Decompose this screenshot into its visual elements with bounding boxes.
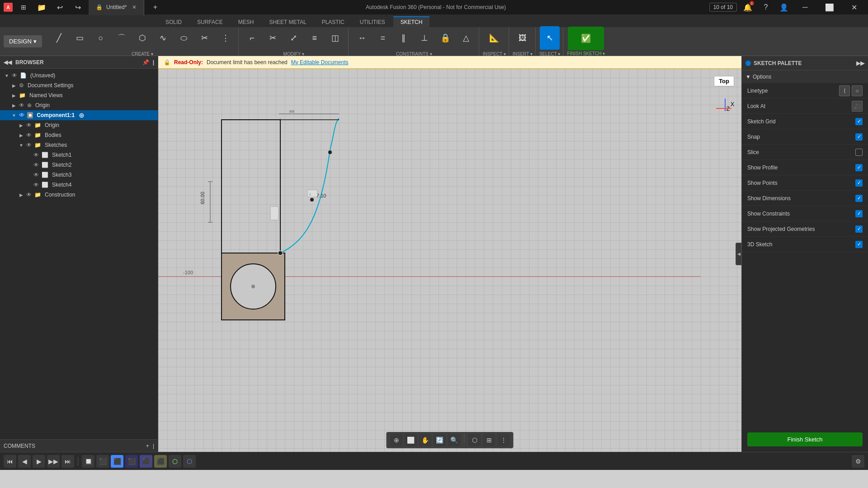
timeline-6-btn[interactable]: ⬡ (169, 455, 181, 468)
offset-tool[interactable]: ◫ (326, 26, 345, 50)
show-projected-checkbox[interactable]: ✓ (855, 225, 863, 233)
eye-icon[interactable]: 👁 (33, 182, 39, 188)
browser-item-sketch3[interactable]: 👁 ⬜ Sketch3 (0, 170, 158, 180)
show-points-checkbox[interactable]: ✓ (855, 179, 863, 187)
finish-sketch-palette-button[interactable]: Finish Sketch (747, 432, 863, 446)
viewport-select-btn[interactable]: ⊕ (390, 434, 403, 446)
viewport-box-select-btn[interactable]: ⬜ (405, 434, 417, 446)
slice-checkbox[interactable] (855, 149, 863, 156)
eye-icon[interactable]: 👁 (26, 192, 32, 198)
browser-item-sketches[interactable]: ▼ 👁 📁 Sketches (0, 140, 158, 150)
close-button[interactable]: ✕ (844, 0, 864, 14)
browser-item-origin-root[interactable]: ▶ 👁 ⊕ Origin (0, 100, 158, 110)
linetype-construction-btn[interactable]: ○ (852, 85, 863, 96)
eye-icon[interactable]: 👁 (12, 72, 17, 79)
more-create-tool[interactable]: ⋮ (216, 26, 236, 50)
eye-icon[interactable]: 👁 (19, 112, 24, 118)
viewport-settings-btn[interactable]: ⋮ (497, 434, 510, 446)
tangent-tool[interactable]: 🔒 (435, 26, 455, 50)
point-tool[interactable]: ✂ (195, 26, 215, 50)
spline-tool[interactable]: ∿ (153, 26, 173, 50)
eye-icon[interactable]: 👁 (19, 102, 24, 108)
add-tab-button[interactable]: + (148, 0, 162, 14)
break-tool[interactable]: ≡ (305, 26, 325, 50)
3d-sketch-checkbox[interactable]: ✓ (855, 241, 863, 248)
ellipse-tool[interactable]: ⬭ (174, 26, 194, 50)
tab-plastic[interactable]: PLASTIC (315, 16, 352, 27)
sketch-grid-row[interactable]: Sketch Grid ✓ (742, 114, 868, 129)
browser-collapse-left[interactable]: ◀◀ (4, 59, 12, 66)
tab-sheet-metal[interactable]: SHEET METAL (262, 16, 313, 27)
tab-sketch[interactable]: SKETCH (393, 16, 430, 27)
eye-icon[interactable]: 👁 (33, 162, 39, 168)
browser-item-sketch4[interactable]: 👁 ⬜ Sketch4 (0, 180, 158, 190)
browser-item-unsaved[interactable]: ▼ 👁 📄 (Unsaved) (0, 70, 158, 80)
show-projected-row[interactable]: Show Projected Geometries ✓ (742, 221, 868, 237)
look-at-button[interactable]: 🎥 (852, 101, 863, 112)
account-button[interactable]: 👤 (777, 0, 791, 14)
tab-mesh[interactable]: MESH (231, 16, 261, 27)
rectangle-tool[interactable]: ▭ (70, 26, 90, 50)
timeline-4-btn[interactable]: ⬛ (140, 455, 152, 468)
polygon-tool[interactable]: ⬡ (132, 26, 152, 50)
add-comment-button[interactable]: + (146, 443, 149, 449)
select-tool[interactable]: ↖ (540, 26, 560, 50)
browser-item-sketch1[interactable]: 👁 ⬜ Sketch1 (0, 150, 158, 160)
redo-button[interactable]: ↪ (71, 0, 85, 14)
trim-tool[interactable]: ✂ (263, 26, 283, 50)
show-constraints-row[interactable]: Show Constraints ✓ (742, 206, 868, 221)
eye-icon[interactable]: 👁 (26, 122, 32, 128)
timeline-blue-btn[interactable]: ⬛ (111, 455, 123, 468)
viewport-display-btn[interactable]: ⬡ (468, 434, 481, 446)
fillet-tool[interactable]: ⌐ (242, 26, 262, 50)
equal-tool[interactable]: △ (456, 26, 476, 50)
snap-row[interactable]: Snap ✓ (742, 129, 868, 145)
show-dimensions-checkbox[interactable]: ✓ (855, 195, 863, 202)
new-tab-button[interactable]: ✕ (132, 4, 137, 10)
notifications-button[interactable]: 🔔 1 (741, 0, 755, 14)
tab-utilities[interactable]: UTILITIES (353, 16, 392, 27)
browser-item-component1[interactable]: ▼ 👁 ■ Component1:1 ◎ (0, 110, 158, 120)
view-gizmo[interactable]: Top Z X (698, 76, 734, 112)
viewport-zoom-btn[interactable]: 🔍 (448, 434, 461, 446)
parallel-tool[interactable]: ∥ (394, 26, 414, 50)
show-profile-row[interactable]: Show Profile ✓ (742, 160, 868, 175)
snap-checkbox[interactable]: ✓ (855, 133, 863, 141)
options-section-header[interactable]: ▼ Options (742, 70, 868, 83)
palette-collapse-button[interactable]: ◀ (736, 243, 742, 265)
timeline-box-btn[interactable]: ⬛ (96, 455, 109, 468)
browser-item-sketch2[interactable]: 👁 ⬜ Sketch2 (0, 160, 158, 170)
measure-tool[interactable]: 📐 (484, 26, 504, 50)
eye-icon[interactable]: 👁 (33, 152, 39, 158)
browser-item-origin-comp[interactable]: ▶ 👁 📁 Origin (0, 120, 158, 130)
perpendicular-tool[interactable]: ⊥ (415, 26, 434, 50)
help-button[interactable]: ? (759, 0, 773, 14)
browser-item-bodies[interactable]: ▶ 👁 📁 Bodies (0, 130, 158, 140)
eye-icon[interactable]: 👁 (26, 142, 32, 148)
browser-options-icon[interactable]: | (153, 59, 154, 66)
minimize-button[interactable]: ─ (795, 0, 816, 14)
playback-play-button[interactable]: ▶ (33, 455, 45, 468)
sketch-grid-checkbox[interactable]: ✓ (855, 118, 863, 125)
eye-icon[interactable]: 👁 (33, 172, 39, 178)
viewport-pan-btn[interactable]: ✋ (419, 434, 432, 446)
playback-next-button[interactable]: ▶▶ (47, 455, 60, 468)
show-points-row[interactable]: Show Points ✓ (742, 175, 868, 191)
show-profile-checkbox[interactable]: ✓ (855, 164, 863, 171)
linetype-solid-btn[interactable]: ⟨ (839, 85, 850, 96)
viewport-grid-btn[interactable]: ⊞ (483, 434, 495, 446)
playback-last-button[interactable]: ⏭ (61, 455, 74, 468)
browser-pin-icon[interactable]: 📌 (142, 59, 149, 66)
line-tool[interactable]: ╱ (49, 26, 69, 50)
undo-button[interactable]: ↩ (52, 0, 67, 14)
timeline-5-btn[interactable]: ⬛ (154, 455, 167, 468)
settings-button[interactable]: ⚙ (852, 455, 864, 468)
viewport[interactable]: 60.00 -100 ≡≡ 7.10 ⟂ (158, 69, 741, 452)
timeline-select-btn[interactable]: 🔲 (82, 455, 94, 468)
comments-collapse-button[interactable]: | (153, 443, 154, 449)
browser-item-construction[interactable]: ▶ 👁 📁 Construction (0, 190, 158, 200)
extend-tool[interactable]: ⤢ (284, 26, 304, 50)
maximize-button[interactable]: ⬜ (819, 0, 840, 14)
circle-tool[interactable]: ○ (91, 26, 111, 50)
insert-image-tool[interactable]: 🖼 (513, 26, 533, 50)
